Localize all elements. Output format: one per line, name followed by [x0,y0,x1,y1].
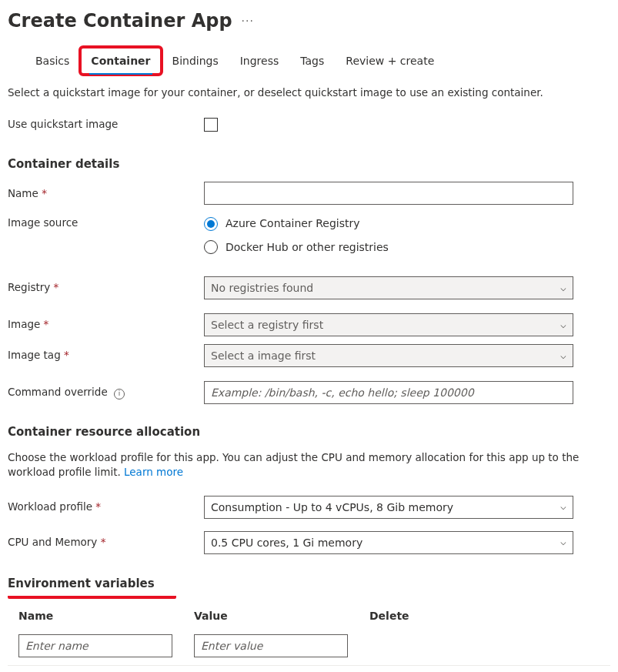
tab-tags[interactable]: Tags [291,48,333,73]
tab-bar: Basics Container Bindings Ingress Tags R… [26,48,610,73]
radio-acr[interactable]: Azure Container Registry [204,216,610,231]
radio-dockerhub-dot [204,240,218,254]
chevron-down-icon: ⌵ [560,281,566,296]
workload-profile-label: Workload profile * [8,500,204,515]
intro-text: Select a quickstart image for your conta… [8,85,610,101]
env-col-name: Name [18,608,194,624]
tag-select[interactable]: Select a image first ⌵ [204,344,573,367]
use-quickstart-label: Use quickstart image [8,117,204,132]
tab-ingress[interactable]: Ingress [231,48,289,73]
learn-more-link[interactable]: Learn more [124,466,183,478]
alloc-text: Choose the workload profile for this app… [8,450,610,480]
registry-select[interactable]: No registries found ⌵ [204,276,573,299]
registry-label: Registry * [8,280,204,296]
image-label: Image * [8,317,204,333]
command-override-label: Command override i [8,385,204,400]
radio-dockerhub[interactable]: Docker Hub or other registries [204,239,610,255]
env-col-delete: Delete [369,608,610,624]
use-quickstart-checkbox[interactable] [204,118,218,132]
env-name-input[interactable] [18,634,172,657]
section-env-vars: Environment variables [8,576,610,599]
chevron-down-icon: ⌵ [560,349,566,363]
tab-container[interactable]: Container [79,45,162,76]
section-resource-allocation: Container resource allocation [8,424,610,441]
image-select[interactable]: Select a registry first ⌵ [204,313,573,336]
env-col-value: Value [194,608,369,624]
name-input[interactable] [204,182,573,205]
env-value-input[interactable] [194,634,348,657]
tag-label: Image tag * [8,348,204,363]
tab-basics[interactable]: Basics [26,48,79,73]
info-icon[interactable]: i [114,389,125,400]
chevron-down-icon: ⌵ [560,318,566,333]
cpu-memory-select[interactable]: 0.5 CPU cores, 1 Gi memory ⌵ [204,531,573,554]
command-override-input[interactable] [204,381,573,404]
chevron-down-icon: ⌵ [560,500,566,514]
tab-review-create[interactable]: Review + create [336,48,443,73]
env-divider [8,665,610,666]
radio-acr-dot [204,217,218,231]
chevron-down-icon: ⌵ [560,535,566,550]
page-title: Create Container App ··· [8,8,610,35]
more-icon[interactable]: ··· [242,13,254,28]
tab-bindings[interactable]: Bindings [163,48,228,73]
section-container-details: Container details [8,156,610,173]
workload-profile-select[interactable]: Consumption - Up to 4 vCPUs, 8 Gib memor… [204,496,573,519]
cpu-memory-label: CPU and Memory * [8,535,204,550]
image-source-label: Image source [8,216,204,231]
name-label: Name * [8,186,204,202]
